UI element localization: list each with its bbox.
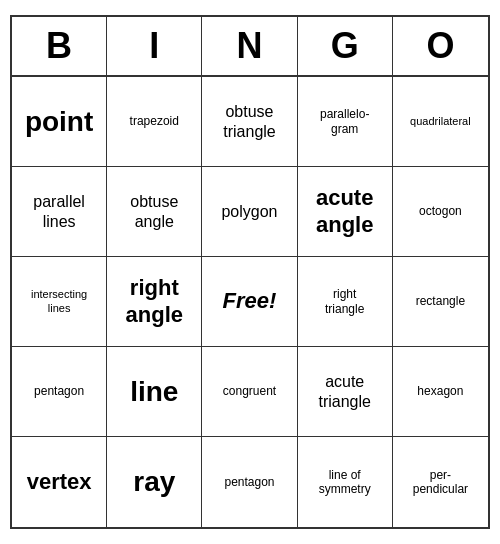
bingo-cell-20: vertex (12, 437, 107, 527)
bingo-cell-12: Free! (202, 257, 297, 347)
bingo-cell-0: point (12, 77, 107, 167)
header-letter-O: O (393, 17, 488, 75)
bingo-grid: pointtrapezoidobtusetriangleparallelo-gr… (12, 77, 488, 527)
header-letter-I: I (107, 17, 202, 75)
bingo-cell-24: per-pendicular (393, 437, 488, 527)
bingo-cell-22: pentagon (202, 437, 297, 527)
bingo-cell-2: obtusetriangle (202, 77, 297, 167)
bingo-cell-3: parallelo-gram (298, 77, 393, 167)
bingo-cell-9: octogon (393, 167, 488, 257)
bingo-cell-23: line ofsymmetry (298, 437, 393, 527)
bingo-cell-8: acuteangle (298, 167, 393, 257)
bingo-cell-17: congruent (202, 347, 297, 437)
header-letter-N: N (202, 17, 297, 75)
bingo-cell-7: polygon (202, 167, 297, 257)
bingo-cell-6: obtuseangle (107, 167, 202, 257)
bingo-cell-1: trapezoid (107, 77, 202, 167)
bingo-cell-14: rectangle (393, 257, 488, 347)
bingo-cell-13: righttriangle (298, 257, 393, 347)
bingo-cell-4: quadrilateral (393, 77, 488, 167)
bingo-cell-15: pentagon (12, 347, 107, 437)
header-letter-G: G (298, 17, 393, 75)
header-letter-B: B (12, 17, 107, 75)
bingo-cell-19: hexagon (393, 347, 488, 437)
bingo-cell-21: ray (107, 437, 202, 527)
bingo-cell-16: line (107, 347, 202, 437)
bingo-cell-18: acutetriangle (298, 347, 393, 437)
bingo-cell-11: rightangle (107, 257, 202, 347)
bingo-header: BINGO (12, 17, 488, 77)
bingo-cell-5: parallellines (12, 167, 107, 257)
bingo-cell-10: intersectinglines (12, 257, 107, 347)
bingo-card: BINGO pointtrapezoidobtusetriangleparall… (10, 15, 490, 529)
